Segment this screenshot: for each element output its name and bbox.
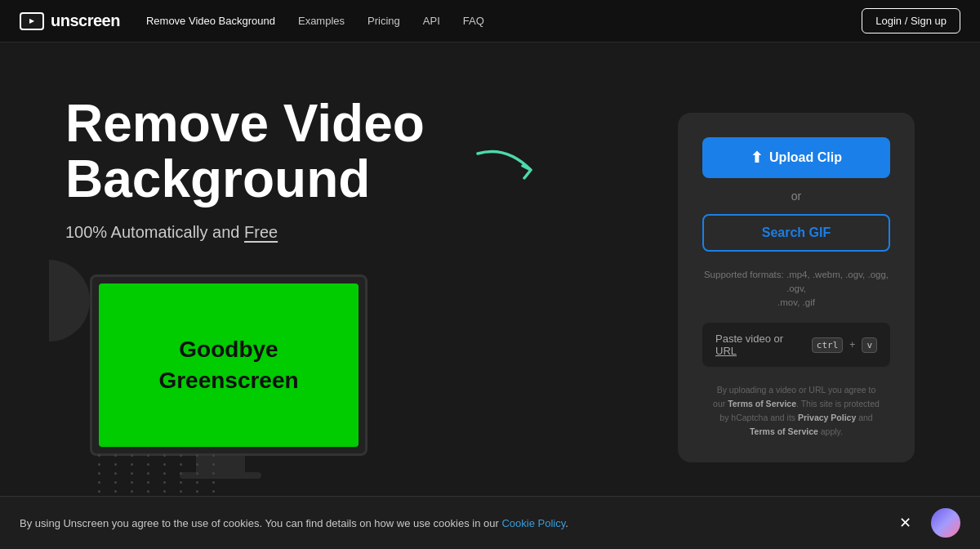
ctrl-key: ctrl	[812, 337, 844, 353]
upload-card: ⬆ Upload Clip or Search GIF Supported fo…	[678, 113, 915, 463]
hero-title-line2: Background	[65, 150, 370, 208]
logo-icon	[20, 12, 44, 30]
monitor-text-line2: Greenscreen	[158, 367, 298, 395]
search-gif-button[interactable]: Search GIF	[702, 214, 890, 252]
cookie-banner: By using Unscreen you agree to the use o…	[0, 496, 980, 549]
logo[interactable]: unscreen	[20, 11, 120, 30]
url-link: URL	[715, 345, 737, 357]
arrow-decoration	[474, 145, 547, 203]
nav-link-examples[interactable]: Examples	[298, 15, 345, 27]
monitor-illustration: Goodbye Greenscreen	[65, 274, 359, 479]
dots-decoration	[98, 454, 222, 502]
nav-links: Remove Video Background Examples Pricing…	[146, 15, 862, 27]
tos-link[interactable]: Terms of Service	[728, 399, 796, 408]
login-signup-button[interactable]: Login / Sign up	[862, 8, 960, 33]
nav-link-api[interactable]: API	[423, 15, 440, 27]
hero-left: Remove Video Background 100% Automatical…	[65, 96, 523, 478]
hero-section: Remove Video Background 100% Automatical…	[0, 42, 980, 516]
cookie-text-prefix: By using Unscreen you agree to the use o…	[20, 517, 501, 529]
nav-link-faq[interactable]: FAQ	[463, 15, 484, 27]
monitor-screen: Goodbye Greenscreen	[99, 283, 359, 447]
v-key: v	[862, 337, 877, 353]
cookie-right: ✕	[893, 508, 960, 538]
plus-sign: +	[849, 339, 855, 350]
upload-clip-label: Upload Clip	[769, 150, 842, 165]
monitor-text-line1: Goodbye	[179, 336, 278, 364]
cookie-text: By using Unscreen you agree to the use o…	[20, 517, 568, 529]
or-divider: or	[702, 190, 890, 203]
paste-text: Paste video or	[715, 333, 783, 345]
subtitle-free: Free	[244, 223, 278, 241]
hero-subtitle: 100% Automatically and Free	[65, 223, 523, 242]
upload-icon: ⬆	[751, 149, 763, 167]
subtitle-prefix: 100% Automatically and	[65, 223, 244, 241]
legal-end: apply.	[818, 426, 843, 436]
privacy-link[interactable]: Privacy Policy	[798, 413, 856, 422]
cookie-close-button[interactable]: ✕	[893, 514, 918, 532]
navbar: unscreen Remove Video Background Example…	[0, 0, 980, 42]
tos2-link[interactable]: Terms of Service	[750, 426, 818, 436]
paste-bar[interactable]: Paste video or URL ctrl + v	[702, 323, 890, 367]
paste-label: Paste video or URL	[715, 333, 805, 357]
supported-formats: Supported formats: .mp4, .webm, .ogv, .o…	[702, 268, 890, 310]
legal-text: By uploading a video or URL you agree to…	[702, 383, 890, 438]
cookie-policy-link[interactable]: Cookie Policy	[501, 517, 565, 529]
nav-link-remove-video[interactable]: Remove Video Background	[146, 15, 275, 27]
hero-title: Remove Video Background	[65, 96, 523, 206]
logo-text: unscreen	[51, 11, 120, 30]
hcaptcha-icon	[931, 508, 960, 538]
hero-title-line1: Remove Video	[65, 94, 425, 153]
cookie-text-suffix: .	[565, 517, 568, 529]
monitor-screen-wrapper: Goodbye Greenscreen	[90, 274, 368, 456]
nav-link-pricing[interactable]: Pricing	[368, 15, 400, 27]
legal-and: and	[856, 413, 872, 422]
upload-clip-button[interactable]: ⬆ Upload Clip	[702, 137, 890, 178]
